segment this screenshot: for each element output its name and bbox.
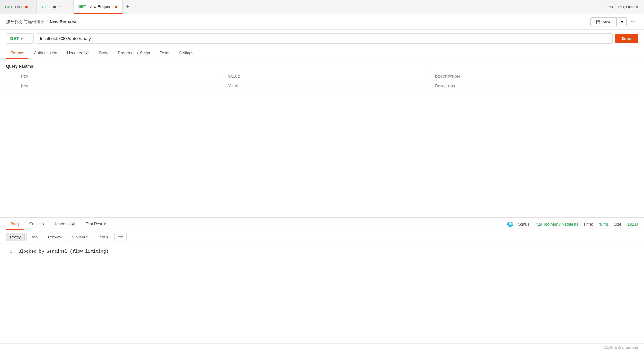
breadcrumb-actions: 💾 Save ▾ ···	[590, 17, 638, 26]
env-label: No Environment	[609, 5, 638, 9]
tab-order-name: order	[52, 5, 61, 9]
line-number-1: 1	[6, 249, 12, 254]
wrap-icon	[118, 234, 123, 239]
line-content-1: Blocked by Sentinel (flow limiting)	[18, 249, 108, 254]
req-tab-pre-request-label: Pre-request Script	[118, 50, 150, 55]
save-dropdown-button[interactable]: ▾	[618, 17, 627, 26]
params-value-cell[interactable]	[224, 81, 431, 91]
save-icon: 💾	[596, 20, 600, 24]
globe-icon: 🌐	[507, 221, 513, 227]
environment-selector[interactable]: No Environment	[603, 0, 644, 14]
req-tab-pre-request[interactable]: Pre-request Script	[114, 47, 154, 59]
format-raw-button[interactable]: Raw	[26, 233, 42, 241]
req-tab-params[interactable]: Params	[6, 47, 28, 59]
method-dropdown[interactable]: GET ▾	[6, 33, 34, 44]
tab-user[interactable]: GET user	[0, 0, 37, 14]
response-body: 1 Blocked by Sentinel (flow limiting)	[0, 244, 644, 344]
query-params-title: Query Params	[6, 64, 638, 69]
resp-tab-body[interactable]: Body	[6, 218, 24, 230]
more-tabs-button[interactable]: ···	[132, 4, 137, 10]
req-tab-tests-label: Tests	[160, 50, 169, 55]
format-pretty-button[interactable]: Pretty	[6, 233, 25, 241]
params-description-header: DESCRIPTION	[431, 72, 638, 81]
resp-tab-test-results-label: Test Results	[86, 222, 108, 226]
tab-bar: GET user GET order GET New Request + ···…	[0, 0, 644, 14]
params-table: KEY VALUE DESCRIPTION	[6, 72, 638, 91]
tab-new-request-method: GET	[78, 5, 86, 9]
req-tab-params-label: Params	[10, 50, 24, 55]
size-label: Size:	[614, 222, 623, 226]
code-line-1: 1 Blocked by Sentinel (flow limiting)	[6, 249, 638, 254]
req-tab-headers-badge: 7	[84, 51, 89, 55]
resp-tab-body-label: Body	[10, 222, 20, 226]
resp-tab-headers[interactable]: Headers 4	[49, 218, 80, 230]
method-chevron-icon: ▾	[21, 37, 23, 41]
resp-tab-test-results[interactable]: Test Results	[81, 218, 112, 230]
breadcrumb: 服务拆分与远程调用 / New Request	[6, 19, 77, 24]
method-label: GET	[10, 36, 19, 41]
footer: CSDN @Ding Jiaxiong	[0, 343, 644, 351]
response-tabs-bar: Body Cookies Headers 4 Test Results 🌐 St…	[0, 218, 644, 230]
params-empty-row	[6, 81, 638, 91]
params-description-cell[interactable]	[431, 81, 638, 91]
breadcrumb-separator: /	[47, 19, 48, 24]
tab-order-method: GET	[42, 5, 49, 9]
req-tab-body[interactable]: Body	[95, 47, 113, 59]
size-value: 182 B	[627, 222, 638, 226]
tab-new-request[interactable]: GET New Request	[74, 0, 123, 14]
url-input[interactable]	[36, 33, 613, 44]
tab-new-request-name: New Request	[89, 4, 112, 9]
req-tab-body-label: Body	[99, 50, 108, 55]
request-tabs: Params Authorization Headers 7 Body Pre-…	[0, 47, 644, 59]
params-value-header: VALUE	[224, 72, 431, 81]
tab-actions: + ···	[123, 0, 141, 14]
tab-new-request-dirty-dot	[115, 6, 117, 8]
req-tab-settings-label: Settings	[179, 50, 193, 55]
text-type-label: Text	[98, 235, 105, 239]
tab-user-method: GET	[5, 5, 13, 9]
format-preview-button[interactable]: Preview	[44, 233, 66, 241]
wrap-button[interactable]	[114, 233, 127, 241]
query-params-section: Query Params KEY VALUE DESCRIPTION	[0, 59, 644, 92]
params-checkbox-col-header	[6, 72, 17, 81]
toolbar-more-button[interactable]: ···	[628, 17, 638, 26]
req-tab-headers[interactable]: Headers 7	[63, 47, 94, 59]
resp-tab-headers-badge: 4	[70, 222, 76, 226]
send-button[interactable]: Send	[615, 34, 638, 43]
tab-user-dirty-dot	[25, 6, 28, 8]
resp-tab-cookies[interactable]: Cookies	[25, 218, 48, 230]
tab-user-name: user	[15, 5, 23, 9]
chevron-down-icon: ▾	[621, 20, 623, 24]
footer-credit: CSDN @Ding Jiaxiong	[604, 345, 638, 349]
params-value-input[interactable]	[228, 84, 427, 88]
save-button[interactable]: 💾 Save	[590, 17, 617, 26]
status-label: Status:	[518, 222, 530, 226]
resp-tab-headers-label: Headers	[54, 222, 69, 226]
time-label: Time:	[583, 222, 593, 226]
response-section: Body Cookies Headers 4 Test Results 🌐 St…	[0, 218, 644, 344]
params-key-input[interactable]	[21, 84, 221, 88]
params-description-input[interactable]	[435, 84, 634, 88]
params-key-cell[interactable]	[17, 81, 224, 91]
req-tab-authorization[interactable]: Authorization	[30, 47, 62, 59]
req-tab-authorization-label: Authorization	[34, 50, 57, 55]
url-bar: GET ▾ Send	[0, 30, 644, 47]
save-label: Save	[602, 20, 612, 24]
req-tab-settings[interactable]: Settings	[175, 47, 198, 59]
text-type-dropdown[interactable]: Text ▾	[94, 233, 112, 241]
req-tab-headers-label: Headers	[67, 50, 82, 55]
breadcrumb-bar: 服务拆分与远程调用 / New Request 💾 Save ▾ ···	[0, 14, 644, 30]
breadcrumb-parent[interactable]: 服务拆分与远程调用	[6, 19, 45, 24]
params-row-checkbox	[6, 81, 17, 91]
empty-space	[0, 92, 644, 217]
req-tab-tests[interactable]: Tests	[156, 47, 173, 59]
resp-tab-cookies-label: Cookies	[29, 222, 44, 226]
breadcrumb-current: New Request	[50, 19, 77, 24]
tab-order[interactable]: GET order	[37, 0, 74, 14]
format-visualize-button[interactable]: Visualize	[68, 233, 92, 241]
add-tab-button[interactable]: +	[126, 4, 130, 10]
time-value: 78 ms	[598, 222, 609, 226]
status-value: 429 Too Many Requests	[536, 222, 578, 226]
params-key-header: KEY	[17, 72, 224, 81]
text-type-chevron-icon: ▾	[106, 235, 108, 239]
